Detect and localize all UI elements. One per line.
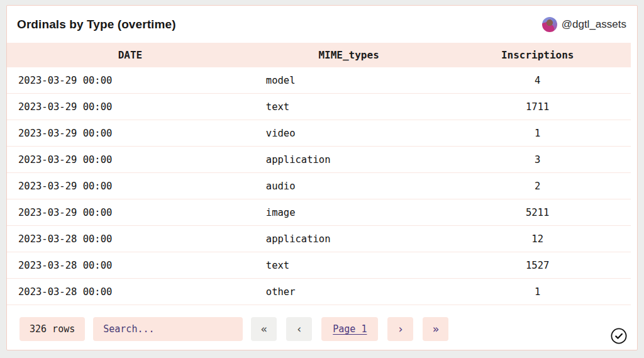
- table-row: 2023-03-29 00:00 application 3: [7, 147, 631, 173]
- table-row: 2023-03-28 00:00 other 1: [7, 279, 631, 305]
- cell-inscriptions: 2: [444, 181, 631, 192]
- cell-date: 2023-03-29 00:00: [7, 75, 253, 86]
- last-page-button[interactable]: »: [423, 317, 448, 341]
- page-title: Ordinals by Type (overtime): [17, 18, 176, 31]
- cell-inscriptions: 3: [444, 154, 631, 165]
- table-widget-card: Ordinals by Type (overtime) @dgtl_assets…: [6, 5, 638, 350]
- table-row: 2023-03-29 00:00 text 1711: [7, 94, 631, 120]
- cell-mime-type: video: [253, 128, 445, 139]
- cell-inscriptions: 4: [444, 75, 631, 86]
- table-row: 2023-03-29 00:00 model 4: [7, 67, 631, 94]
- cell-inscriptions: 1: [444, 128, 631, 139]
- table-footer: 326 rows « ‹ Page 1 › »: [19, 317, 458, 341]
- cell-mime-type: image: [253, 207, 445, 218]
- column-header-inscriptions: Inscriptions: [444, 49, 631, 61]
- cell-date: 2023-03-29 00:00: [7, 128, 253, 139]
- table-row: 2023-03-29 00:00 image 5211: [7, 199, 631, 226]
- prev-page-button[interactable]: ‹: [286, 317, 312, 341]
- page-indicator[interactable]: Page 1: [321, 317, 378, 341]
- table-header-row: DATE MIME_types Inscriptions: [7, 43, 631, 67]
- avatar[interactable]: [542, 17, 557, 32]
- next-page-button[interactable]: ›: [387, 317, 413, 341]
- cell-inscriptions: 12: [444, 233, 631, 245]
- cell-date: 2023-03-29 00:00: [7, 154, 253, 165]
- cell-mime-type: audio: [253, 181, 445, 192]
- cell-inscriptions: 5211: [444, 207, 631, 218]
- query-success-check-icon: [611, 328, 627, 344]
- cell-date: 2023-03-29 00:00: [7, 207, 253, 218]
- cell-date: 2023-03-28 00:00: [7, 233, 253, 245]
- cell-mime-type: text: [253, 260, 445, 271]
- widget-titlebar: Ordinals by Type (overtime) @dgtl_assets: [7, 6, 637, 43]
- cell-date: 2023-03-29 00:00: [7, 181, 253, 192]
- table-row: 2023-03-29 00:00 video 1: [7, 120, 631, 147]
- cell-date: 2023-03-28 00:00: [7, 260, 253, 271]
- row-count-badge: 326 rows: [19, 317, 85, 341]
- column-header-date: DATE: [7, 49, 253, 61]
- data-table: DATE MIME_types Inscriptions 2023-03-29 …: [7, 43, 631, 305]
- cell-mime-type: application: [253, 154, 445, 165]
- cell-inscriptions: 1711: [444, 101, 631, 113]
- column-header-mime-types: MIME_types: [253, 49, 445, 61]
- table-row: 2023-03-29 00:00 audio 2: [7, 173, 631, 199]
- cell-date: 2023-03-28 00:00: [7, 286, 253, 298]
- cell-inscriptions: 1: [444, 286, 631, 298]
- cell-mime-type: model: [253, 75, 445, 86]
- table-row: 2023-03-28 00:00 application 12: [7, 226, 631, 252]
- author-link[interactable]: @dgtl_assets: [542, 17, 626, 32]
- cell-mime-type: application: [253, 233, 445, 245]
- cell-date: 2023-03-29 00:00: [7, 101, 253, 113]
- search-input[interactable]: [93, 317, 243, 341]
- table-row: 2023-03-28 00:00 text 1527: [7, 252, 631, 279]
- cell-inscriptions: 1527: [444, 260, 631, 271]
- cell-mime-type: text: [253, 101, 445, 113]
- author-handle: @dgtl_assets: [562, 18, 626, 31]
- first-page-button[interactable]: «: [251, 317, 277, 341]
- cell-mime-type: other: [253, 286, 445, 298]
